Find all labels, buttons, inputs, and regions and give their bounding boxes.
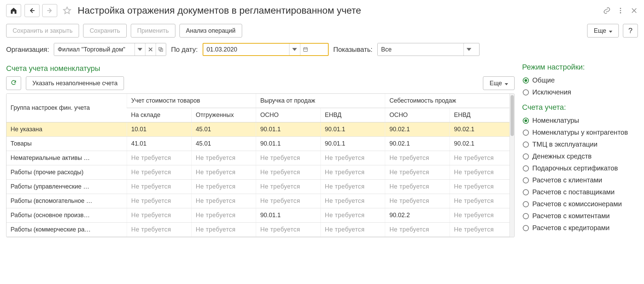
cell-shipped[interactable]: Не требуется [191, 151, 256, 165]
close-icon[interactable] [630, 7, 638, 14]
cell-cogs_osno[interactable]: Не требуется [385, 223, 450, 237]
th-group[interactable]: Группа настроек фин. учета [6, 94, 127, 122]
vertical-scrollbar[interactable] [509, 94, 514, 237]
cell-stock[interactable]: 41.01 [127, 137, 192, 151]
org-input[interactable] [54, 43, 135, 56]
show-field[interactable] [377, 43, 480, 56]
mode-item[interactable]: Исключения [522, 86, 638, 98]
th-cost-stock[interactable]: На складе [127, 108, 192, 122]
org-field[interactable] [54, 43, 166, 56]
cell-stock[interactable]: Не требуется [127, 165, 192, 180]
cell-stock[interactable]: Не требуется [127, 208, 192, 223]
cell-cogs_envd[interactable]: Не требуется [450, 180, 514, 194]
analyze-ops-button[interactable]: Анализ операций [179, 24, 242, 38]
cell-cogs_envd[interactable]: 90.02.1 [450, 122, 514, 137]
cell-shipped[interactable]: Не требуется [191, 223, 256, 237]
th-rev-envd[interactable]: ЕНВД [320, 108, 385, 122]
apply-button[interactable]: Применить [131, 24, 175, 38]
cell-rev_osno[interactable]: Не требуется [256, 180, 321, 194]
cell-cogs_osno[interactable]: Не требуется [385, 180, 450, 194]
date-input[interactable] [203, 44, 289, 55]
accounts-item[interactable]: Номенклатуры [522, 115, 638, 126]
cell-stock[interactable]: Не требуется [127, 180, 192, 194]
cell-rev_envd[interactable]: Не требуется [320, 180, 385, 194]
cell-rev_envd[interactable]: Не требуется [320, 223, 385, 237]
cell-cogs_envd[interactable]: Не требуется [450, 194, 514, 208]
cell-rev_osno[interactable]: 90.01.1 [256, 208, 321, 223]
th-cost-shipped[interactable]: Отгруженных [191, 108, 256, 122]
org-dropdown-button[interactable] [135, 43, 145, 56]
cell-group[interactable]: Работы (основное произв… [6, 208, 127, 223]
cell-rev_envd[interactable]: Не требуется [320, 151, 385, 165]
cell-cogs_envd[interactable]: Не требуется [450, 208, 514, 223]
cell-shipped[interactable]: Не требуется [191, 194, 256, 208]
th-cogs[interactable]: Себестоимость продаж [385, 94, 514, 108]
accounts-item[interactable]: Расчетов с кредиторами [522, 222, 638, 234]
scrollbar-thumb[interactable] [511, 95, 514, 136]
save-button[interactable]: Сохранить [83, 24, 126, 38]
cell-shipped[interactable]: Не требуется [191, 165, 256, 180]
cell-cogs_osno[interactable]: 90.02.1 [385, 137, 450, 151]
cell-rev_osno[interactable]: Не требуется [256, 151, 321, 165]
cell-rev_osno[interactable]: Не требуется [256, 194, 321, 208]
nav-forward-button[interactable] [42, 4, 57, 17]
cell-cogs_envd[interactable]: Не требуется [450, 151, 514, 165]
cell-rev_envd[interactable]: Не требуется [320, 194, 385, 208]
cell-shipped[interactable]: Не требуется [191, 208, 256, 223]
cell-rev_osno[interactable]: Не требуется [256, 165, 321, 180]
accounts-item[interactable]: Расчетов с комиссионерами [522, 198, 638, 210]
table-more-button[interactable]: Еще [483, 76, 515, 90]
show-dropdown-button[interactable] [464, 43, 474, 56]
cell-cogs_osno[interactable]: Не требуется [385, 151, 450, 165]
favorite-toggle[interactable] [62, 5, 72, 16]
cell-rev_osno[interactable]: 90.01.1 [256, 137, 321, 151]
cell-shipped[interactable]: 45.01 [191, 137, 256, 151]
accounts-item[interactable]: Расчетов с поставщиками [522, 186, 638, 198]
accounts-item[interactable]: Подарочных сертификатов [522, 162, 638, 174]
accounts-item[interactable]: Денежных средств [522, 150, 638, 162]
th-cost[interactable]: Учет стоимости товаров [127, 94, 256, 108]
save-close-button[interactable]: Сохранить и закрыть [6, 24, 79, 38]
accounts-item[interactable]: ТМЦ в эксплуатации [522, 138, 638, 150]
th-rev-osno[interactable]: ОСНО [256, 108, 321, 122]
cell-rev_envd[interactable]: Не требуется [320, 208, 385, 223]
cell-cogs_osno[interactable]: Не требуется [385, 165, 450, 180]
cell-shipped[interactable]: 45.01 [191, 122, 256, 137]
mode-item[interactable]: Общие [522, 74, 638, 86]
cell-cogs_envd[interactable]: 90.02.1 [450, 137, 514, 151]
cell-group[interactable]: Работы (коммерческие ра… [6, 223, 127, 237]
link-icon[interactable] [603, 7, 611, 14]
fill-empty-button[interactable]: Указать незаполненные счета [26, 76, 124, 90]
cell-rev_osno[interactable]: 90.01.1 [256, 122, 321, 137]
cell-stock[interactable]: 10.01 [127, 122, 192, 137]
table-row[interactable]: Работы (основное произв…Не требуетсяНе т… [6, 208, 514, 223]
org-clear-button[interactable] [145, 43, 156, 56]
cell-cogs_envd[interactable]: Не требуется [450, 165, 514, 180]
cell-stock[interactable]: Не требуется [127, 194, 192, 208]
nav-back-button[interactable] [25, 4, 40, 17]
accounts-table[interactable]: Группа настроек фин. учета Учет стоимост… [6, 94, 514, 237]
help-button[interactable]: ? [623, 24, 638, 38]
cell-group[interactable]: Не указана [6, 122, 127, 137]
table-row[interactable]: Работы (вспомогательное …Не требуетсяНе … [6, 194, 514, 208]
table-row[interactable]: Работы (управленческие …Не требуетсяНе т… [6, 180, 514, 194]
cell-cogs_osno[interactable]: 90.02.2 [385, 208, 450, 223]
cell-cogs_osno[interactable]: 90.02.1 [385, 122, 450, 137]
more-button[interactable]: Еще [587, 24, 619, 38]
table-row[interactable]: Не указана10.0145.0190.01.190.01.190.02.… [6, 122, 514, 137]
cell-group[interactable]: Работы (вспомогательное … [6, 194, 127, 208]
cell-shipped[interactable]: Не требуется [191, 180, 256, 194]
cell-rev_osno[interactable]: Не требуется [256, 223, 321, 237]
cell-stock[interactable]: Не требуется [127, 151, 192, 165]
accounts-item[interactable]: Расчетов с комитентами [522, 210, 638, 222]
cell-stock[interactable]: Не требуется [127, 223, 192, 237]
th-cogs-osno[interactable]: ОСНО [385, 108, 450, 122]
cell-cogs_osno[interactable]: Не требуется [385, 194, 450, 208]
cell-group[interactable]: Работы (прочие расходы) [6, 165, 127, 180]
table-row[interactable]: Товары41.0145.0190.01.190.01.190.02.190.… [6, 137, 514, 151]
th-cogs-envd[interactable]: ЕНВД [450, 108, 514, 122]
cell-group[interactable]: Работы (управленческие … [6, 180, 127, 194]
accounts-item[interactable]: Расчетов с клиентами [522, 174, 638, 186]
date-field[interactable] [203, 43, 329, 56]
cell-cogs_envd[interactable]: Не требуется [450, 223, 514, 237]
